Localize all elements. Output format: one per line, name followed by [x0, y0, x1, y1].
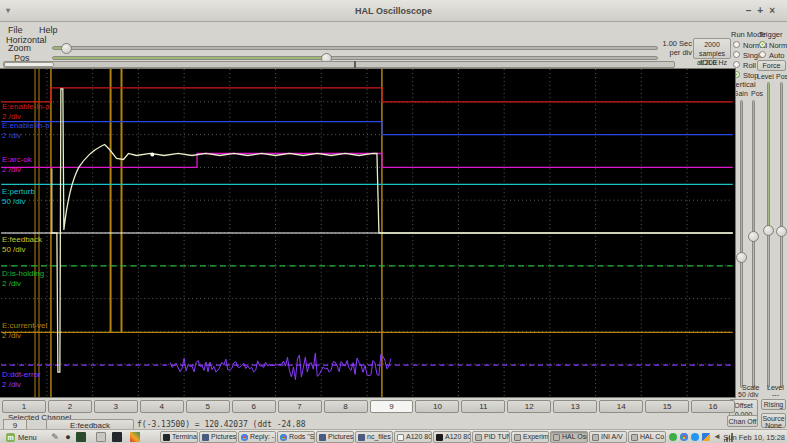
taskbar-window-pid-tune[interactable]: PID TUNE — [472, 431, 510, 443]
bluetooth-tray-icon[interactable] — [691, 433, 699, 441]
channel-tab-16[interactable]: 16 — [691, 400, 735, 413]
menu-file[interactable]: File — [8, 25, 23, 35]
terminal-icon — [163, 434, 170, 441]
samples-rate-button[interactable]: 2000 samples at 200 Hz — [693, 38, 731, 59]
taskbar-window-pictures-1[interactable]: Pictures — [199, 431, 237, 443]
trigger-slope-button[interactable]: Rising — [761, 399, 786, 410]
channel-tab-14[interactable]: 14 — [599, 400, 643, 413]
channel-tab-7[interactable]: 7 — [278, 400, 322, 413]
run-mode-radio-normal[interactable] — [733, 41, 740, 48]
trigger-level-slider-handle[interactable] — [763, 225, 774, 236]
taskbar-window-reply[interactable]: Reply: -... — [238, 431, 276, 443]
trigger-pos-slider-label: Pos — [776, 73, 787, 80]
vertical-pos-slider-handle[interactable] — [748, 231, 759, 242]
channel-tab-5[interactable]: 5 — [186, 400, 230, 413]
taskbar-window-rods[interactable]: Rods "S... — [277, 431, 315, 443]
terminal-launcher-icon[interactable] — [76, 432, 86, 442]
taskbar-window-a120-2[interactable]: A120 80... — [433, 431, 471, 443]
chrome-tray-icon[interactable] — [680, 433, 688, 441]
zoom-slider-handle[interactable] — [61, 43, 72, 54]
taskbar-window-experim[interactable]: Experim... — [511, 431, 549, 443]
channel-tab-11[interactable]: 11 — [461, 400, 505, 413]
network-icon[interactable] — [702, 433, 710, 441]
run-mode-label-roll[interactable]: Roll — [743, 61, 756, 70]
trigger-point-dot — [150, 152, 154, 156]
taskbar-window-list: Terminal Pictures Reply: -... Rods "S...… — [160, 431, 666, 443]
taskbar-menu-button[interactable]: m Menu — [2, 431, 41, 443]
taskbar-window-pictures-2[interactable]: Pictures — [316, 431, 354, 443]
scale-value: 50 /div — [738, 391, 759, 398]
vertical-pos-slider[interactable] — [752, 100, 755, 388]
channel-tab-13[interactable]: 13 — [553, 400, 597, 413]
taskbar-window-ini-av[interactable]: INI A/V — [589, 431, 627, 443]
gain-slider[interactable] — [740, 100, 743, 388]
trigger-label-auto[interactable]: Auto — [769, 51, 784, 60]
channel-tabs: 1 2 3 4 5 6 7 8 9 10 11 12 13 14 15 16 — [2, 400, 735, 413]
taskbar: m Menu ✎ ● Terminal Pictures Reply: -...… — [0, 429, 787, 443]
channel-tab-9[interactable]: 9 — [370, 400, 414, 413]
channel-tab-10[interactable]: 10 — [415, 400, 459, 413]
record-position-scrollbar[interactable] — [3, 61, 675, 68]
update-manager-icon[interactable] — [669, 433, 677, 441]
ddt-error-noise-trace — [170, 353, 391, 380]
trigger-level-readout-label: Level — [767, 384, 784, 391]
channel-tab-2[interactable]: 2 — [48, 400, 92, 413]
globe-icon[interactable]: ● — [63, 432, 73, 442]
taskbar-window-hal-co[interactable]: HAL Co... — [628, 431, 666, 443]
scope-display[interactable]: E:enable-in-a2 /div E:enable-in-b2 /div … — [0, 68, 736, 398]
taskbar-clock[interactable]: Sun Feb 10, 15:28 — [723, 433, 785, 442]
channel-tab-6[interactable]: 6 — [232, 400, 276, 413]
feedback-trace — [51, 89, 733, 372]
channel-tab-8[interactable]: 8 — [324, 400, 368, 413]
file-manager-icon[interactable] — [96, 432, 106, 442]
trigger-radio-auto[interactable] — [759, 51, 766, 58]
maximize-button[interactable]: + — [757, 5, 769, 16]
acquisition-status: IDLE — [700, 58, 718, 67]
trigger-source-button[interactable]: Source None — [761, 413, 786, 428]
cursor-readout: f(-3.13500) = 120.42037 (ddt -24.88 — [137, 420, 306, 429]
trigger-title: Trigger — [759, 30, 782, 39]
window-menu-icon[interactable]: ▾ — [6, 0, 10, 22]
channel-tab-1[interactable]: 1 — [2, 400, 46, 413]
close-button[interactable]: × — [769, 5, 781, 16]
taskbar-window-a120-1[interactable]: A120 80... — [394, 431, 432, 443]
waveform-canvas — [0, 69, 734, 397]
zoom-slider-label: Zoom — [8, 43, 31, 53]
taskbar-window-nc-files[interactable]: nc_files — [355, 431, 393, 443]
window-icon — [553, 434, 560, 441]
force-trigger-button[interactable]: Force — [757, 60, 786, 71]
mint-logo-icon: m — [6, 433, 15, 442]
trigger-pos-slider-handle[interactable] — [776, 226, 787, 237]
gain-slider-handle[interactable] — [736, 252, 747, 263]
taskbar-window-hal-osc[interactable]: HAL Osc... — [550, 431, 588, 443]
trigger-level-slider-label: Level — [757, 73, 774, 80]
image-viewer-icon[interactable] — [130, 432, 140, 442]
run-mode-radio-roll[interactable] — [733, 61, 740, 68]
browser-icon — [241, 434, 248, 441]
zoom-slider[interactable] — [52, 46, 658, 50]
trigger-label-normal[interactable]: Normal — [769, 41, 787, 50]
channel-tab-15[interactable]: 15 — [645, 400, 689, 413]
chan-off-button[interactable]: Chan Off — [727, 415, 758, 427]
channel-tab-12[interactable]: 12 — [507, 400, 551, 413]
browser-icon — [280, 434, 287, 441]
menu-help[interactable]: Help — [39, 25, 58, 35]
record-position-thumb[interactable] — [4, 62, 54, 67]
channel-tab-4[interactable]: 4 — [140, 400, 184, 413]
pos-slider[interactable] — [52, 56, 658, 60]
channel-tab-3[interactable]: 3 — [94, 400, 138, 413]
taskbar-window-terminal[interactable]: Terminal — [160, 431, 198, 443]
run-mode-radio-single[interactable] — [733, 51, 740, 58]
trigger-level-value: --- — [772, 391, 779, 398]
channel-label-7: E:current-vel2 /div — [2, 321, 47, 341]
document-icon — [436, 434, 443, 441]
document-icon — [397, 434, 404, 441]
window-controls: –+× — [746, 0, 781, 22]
window-titlebar[interactable]: ▾ HAL Oscilloscope –+× — [0, 0, 787, 22]
editor-icon[interactable] — [112, 432, 122, 442]
volume-icon[interactable]: ◄ — [713, 432, 721, 442]
minimize-button[interactable]: – — [746, 5, 758, 16]
screenshot-pencil-icon[interactable]: ✎ — [50, 432, 60, 442]
menu-button-label: Menu — [18, 433, 37, 442]
trigger-radio-normal[interactable] — [759, 41, 766, 48]
